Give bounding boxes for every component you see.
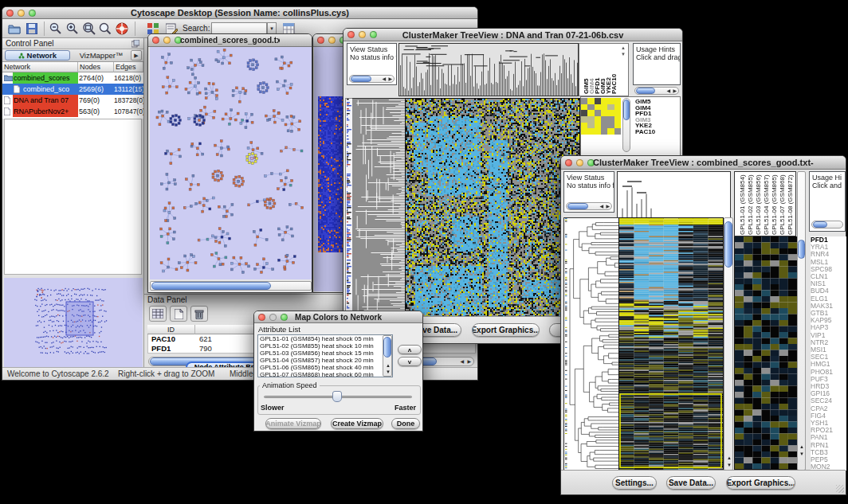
tab-overflow-arrow[interactable]: ▶ — [131, 50, 142, 61]
attribute-list-item[interactable]: GPL51-02 (GSM855) heat shock 10 min — [258, 342, 392, 350]
tab-network[interactable]: Network — [5, 50, 70, 61]
scroll-up-icon[interactable]: ▲ — [386, 363, 391, 368]
magnifier-icon[interactable] — [98, 21, 112, 36]
attribute-list-item[interactable]: GPL51-06 (GSM865) heat shock 40 min — [258, 364, 392, 371]
tv2-button-export-graphics[interactable]: Export Graphics... — [726, 476, 795, 490]
search-input[interactable] — [211, 22, 267, 34]
save-icon[interactable] — [25, 21, 39, 36]
tv2-usage-hints-scrollbar[interactable] — [811, 221, 843, 229]
scroll-left-icon[interactable]: ◀ — [460, 359, 464, 364]
tv1-heatmap[interactable] — [405, 98, 580, 318]
resize-grip[interactable] — [836, 485, 844, 493]
move-up-button[interactable]: ʌ — [398, 345, 422, 354]
attribute-list-item[interactable]: GPL51-01 (GSM854) heat shock 05 min — [258, 335, 392, 342]
tv1-button-export-graphics[interactable]: Export Graphics... — [472, 323, 540, 337]
select-attributes-icon[interactable] — [149, 306, 167, 322]
network-graph-view[interactable] — [150, 47, 312, 279]
minimize-button[interactable] — [576, 159, 583, 166]
tv2-button-save-data[interactable]: Save Data... — [666, 476, 716, 490]
close-button[interactable] — [565, 159, 572, 166]
tv1-matrix-cell — [601, 98, 607, 104]
tv1-col-label: PAC10 — [611, 74, 618, 94]
treeview2-titlebar[interactable]: ClusterMaker TreeView : combined_scores_… — [561, 156, 846, 170]
col-header-network[interactable]: Network — [2, 62, 78, 72]
network-table-row[interactable]: combined_scores2764(0)16218(0) — [2, 72, 143, 84]
data-row-value: 790 — [199, 344, 212, 353]
float-panel-icon[interactable] — [131, 39, 140, 49]
scroll-right-icon[interactable]: ▶ — [467, 359, 471, 364]
scroll-down-icon[interactable]: ▼ — [799, 451, 804, 456]
network-view-hscrollbar[interactable] — [150, 281, 312, 291]
minimize-button[interactable] — [328, 37, 336, 44]
main-titlebar[interactable]: Cytoscape Desktop (Session Name: collins… — [2, 7, 477, 19]
close-button[interactable] — [6, 10, 14, 17]
dialog-title: Map Colors to Network — [286, 311, 391, 323]
tv2-zoom-vscrollbar[interactable]: ▲ ▼ — [797, 171, 806, 471]
tv2-heatmap[interactable] — [618, 217, 724, 472]
tv1-row-dendrogram[interactable] — [352, 98, 405, 318]
tv1-matrix-cell — [614, 110, 621, 116]
network-table-row[interactable]: DNA and Tran 07769(0)183728(0) — [2, 95, 143, 106]
tv2-button-settings[interactable]: Settings... — [612, 476, 657, 490]
col-header-nodes[interactable]: Nodes — [78, 62, 114, 72]
close-button[interactable] — [152, 37, 159, 44]
close-button[interactable] — [317, 37, 324, 44]
dialog-titlebar[interactable]: Map Colors to Network — [254, 311, 422, 323]
attribute-list-item[interactable]: GPL51-03 (GSM856) heat shock 15 min — [258, 350, 392, 357]
tv2-usage-hints-panel: Usage HiClick and — [809, 171, 846, 232]
attribute-list[interactable]: GPL51-01 (GSM854) heat shock 05 minGPL51… — [257, 334, 393, 377]
delete-attribute-trash-icon[interactable] — [190, 306, 208, 322]
network-table-row[interactable]: RNAPuberNov2+563(0)107847(0) — [2, 106, 143, 117]
network-table: combined_scores2764(0)16218(0)combined_s… — [2, 72, 143, 119]
tv2-main-vscrollbar[interactable]: ▲ ▼ — [724, 217, 733, 471]
scroll-up-icon[interactable]: ▲ — [727, 455, 732, 460]
scroll-up-icon[interactable]: ▲ — [799, 444, 804, 449]
search-dropdown-arrow[interactable]: ▼ — [267, 22, 277, 34]
minimize-button[interactable] — [359, 31, 366, 38]
network-nodes: 2764(0) — [79, 72, 114, 84]
data-col-id[interactable]: ID — [147, 325, 195, 334]
network-name: combined_scores — [13, 72, 78, 84]
tv1-row-label: PAC10 — [635, 129, 680, 135]
zoom-in-icon[interactable] — [65, 21, 80, 36]
tv2-view-status-scrollbar[interactable]: ◀▶ — [566, 202, 612, 210]
minimize-button[interactable] — [163, 37, 171, 44]
network-table-row[interactable]: combined_sco2569(6)13112(15) — [2, 84, 143, 95]
tv2-zoom-heatmap[interactable] — [734, 236, 798, 470]
birds-eye-view[interactable] — [4, 278, 143, 367]
move-down-button[interactable]: v — [398, 357, 422, 366]
network-view-titlebar[interactable]: combined_scores_good.txt--cluste... — [148, 34, 312, 47]
help-lifering-icon[interactable] — [115, 21, 129, 36]
tv1-zoom-vscrollbar[interactable] — [622, 98, 630, 152]
tv1-column-dendrogram[interactable] — [398, 43, 579, 96]
scroll-down-icon[interactable]: ▼ — [386, 369, 391, 374]
minimize-button[interactable] — [18, 10, 25, 17]
done-button[interactable]: Done — [391, 418, 420, 429]
attribute-list-scrollbar[interactable]: ▲ ▼ — [383, 335, 392, 377]
slider-thumb[interactable] — [332, 391, 342, 402]
create-vizmap-button[interactable]: Create Vizmap — [331, 418, 383, 429]
tv1-zoom-matrix[interactable] — [581, 98, 621, 135]
zoom-fit-icon[interactable] — [82, 21, 96, 36]
tv1-view-status-scrollbar[interactable]: ◀▶ — [349, 75, 395, 83]
close-button[interactable] — [347, 31, 355, 38]
open-folder-icon[interactable] — [7, 21, 22, 36]
treeview1-titlebar[interactable]: ClusterMaker TreeView : DNA and Tran 07-… — [344, 29, 682, 41]
tv2-row-dendrogram[interactable] — [563, 217, 619, 472]
scroll-down-icon[interactable]: ▼ — [727, 463, 732, 467]
close-button[interactable] — [258, 314, 265, 321]
col-header-edges[interactable]: Edges — [114, 62, 143, 72]
minimize-button[interactable] — [269, 314, 277, 321]
network-folder-icon — [4, 74, 13, 81]
new-attribute-icon[interactable] — [170, 306, 187, 322]
zoom-out-icon[interactable] — [49, 21, 63, 36]
tab-vizmapper[interactable]: VizMapper™ — [73, 50, 130, 61]
animate-vizmap-button[interactable]: Animate Vizmap — [265, 418, 321, 429]
tv1-usage-hints-scrollbar[interactable]: ◀▶ — [634, 87, 679, 95]
dense-network-grid[interactable] — [318, 96, 345, 252]
scroll-up-icon[interactable]: ▲ — [621, 45, 626, 50]
attribute-list-item[interactable]: GPL51-07 (GSM868) heat shock 60 min — [258, 371, 392, 377]
scroll-down-icon[interactable]: ▼ — [621, 52, 626, 57]
tv2-column-dendrogram[interactable] — [617, 171, 731, 219]
attribute-list-item[interactable]: GPL51-04 (GSM857) heat shock 20 min — [258, 357, 392, 364]
